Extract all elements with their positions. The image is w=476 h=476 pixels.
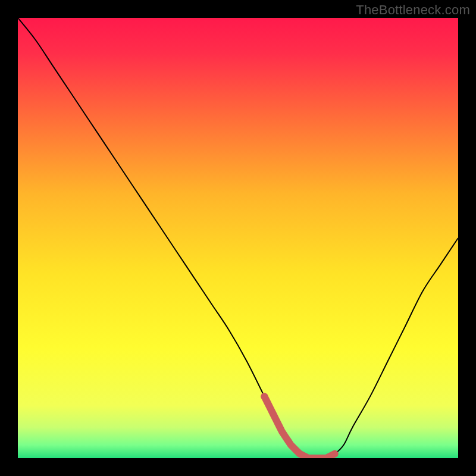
bottleneck-curve-plot [18, 18, 458, 458]
gradient-background [18, 18, 458, 458]
watermark-text: TheBottleneck.com [356, 2, 470, 18]
chart-frame: TheBottleneck.com [0, 0, 476, 476]
